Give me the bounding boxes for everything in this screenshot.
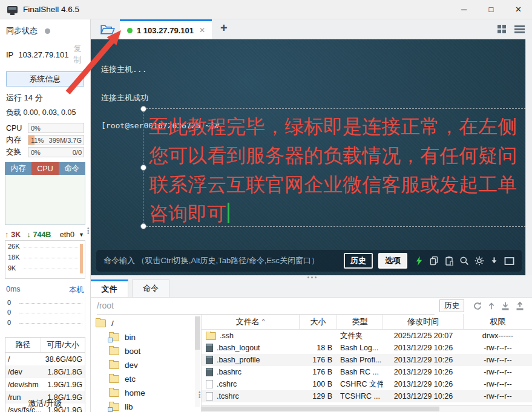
- bottom-tab-bar: 文件 命令: [91, 280, 532, 298]
- file-row[interactable]: .ssh 文件夹 2025/12/25 20:07 drwx------: [202, 330, 532, 342]
- window-controls: ─ □ ✕: [450, 0, 532, 19]
- column-filename[interactable]: 文件名 ^: [202, 314, 300, 329]
- file-row[interactable]: .tcshrc 129 B TCSHRC ... 2013/12/29 10:2…: [202, 390, 532, 402]
- selection-handle[interactable]: [140, 106, 146, 112]
- window-title: FinalShell 4.6.5: [23, 5, 79, 14]
- cpu-progress-bar: 0%: [28, 123, 84, 133]
- column-type[interactable]: 类型: [337, 314, 383, 329]
- file-icon: [206, 356, 213, 364]
- upload-rate: 3K: [11, 231, 21, 239]
- tree-item[interactable]: /: [91, 316, 201, 330]
- tree-item[interactable]: etc: [91, 372, 201, 386]
- ping-host[interactable]: 本机: [69, 285, 84, 295]
- disk-col-path[interactable]: 路径: [5, 340, 41, 350]
- tab-cpu[interactable]: CPU: [31, 162, 58, 175]
- sync-status-dot-icon: [45, 28, 50, 34]
- close-button[interactable]: ✕: [505, 0, 532, 19]
- column-size[interactable]: 大小: [300, 314, 337, 329]
- minimize-button[interactable]: ─: [450, 0, 478, 19]
- tree-item[interactable]: lib: [91, 400, 201, 412]
- cpu-usage-row: CPU 0%: [6, 123, 84, 133]
- connection-manager-folder-icon[interactable]: [100, 24, 115, 38]
- table-horizontal-scrollbar[interactable]: [202, 405, 532, 412]
- tree-item[interactable]: home: [91, 386, 201, 400]
- session-tab[interactable]: 1 103.27.79.101 ✕: [120, 19, 212, 39]
- scroll-down-icon[interactable]: [490, 256, 499, 266]
- ping-tick: 0: [7, 299, 11, 306]
- folder-link-icon: [109, 403, 119, 411]
- path-history-button[interactable]: 历史: [439, 299, 464, 312]
- tab-commands[interactable]: 命令: [132, 280, 169, 297]
- tab-command[interactable]: 命令: [59, 162, 85, 175]
- file-row[interactable]: .bash_logout 18 B Bash Log... 2013/12/29…: [202, 342, 532, 354]
- chevron-down-icon[interactable]: ▼: [79, 232, 84, 238]
- tree-item[interactable]: bin: [91, 330, 201, 344]
- column-mtime[interactable]: 修改时间: [383, 314, 464, 329]
- file-row[interactable]: .bashrc 176 B Bash RC ... 2013/12/29 10:…: [202, 366, 532, 378]
- disk-row[interactable]: /38.6G/40G: [5, 353, 85, 365]
- file-row[interactable]: .bash_profile 176 B Bash Profi... 2013/1…: [202, 354, 532, 366]
- fullscreen-window-icon[interactable]: [504, 257, 514, 266]
- disk-row[interactable]: /dev/shm1.9G/1.9G: [5, 378, 85, 391]
- net-tick: 26K: [8, 243, 20, 250]
- folder-link-icon: [109, 333, 119, 341]
- command-input-bar: 命令输入 （双击Ctrl切换,Alt历史,Tab路径/命令,Esc关闭窗口） 历…: [96, 250, 522, 272]
- maximize-button[interactable]: □: [478, 0, 505, 19]
- paste-icon[interactable]: [444, 256, 454, 266]
- file-row[interactable]: .cshrc 100 B CSHRC 文件 2013/12/29 10:26 -…: [202, 378, 532, 390]
- text-caret: [228, 203, 229, 223]
- bottom-panel: 文件 命令 /root 历史 / bin bo: [91, 280, 532, 412]
- tree-splitter-handle[interactable]: •••: [199, 391, 201, 399]
- disk-row[interactable]: /dev1.8G/1.8G: [5, 365, 85, 378]
- copy-icon[interactable]: [429, 256, 439, 266]
- selection-handle[interactable]: [140, 165, 146, 171]
- tab-memory[interactable]: 内存: [5, 162, 31, 175]
- file-icon: [206, 380, 213, 388]
- search-icon[interactable]: [459, 256, 469, 266]
- tree-item[interactable]: boot: [91, 344, 201, 358]
- selection-handle[interactable]: [140, 223, 146, 229]
- hamburger-menu-icon[interactable]: [514, 25, 525, 33]
- session-tab-bar: 1 103.27.79.101 ✕ +: [91, 19, 532, 39]
- terminal-panel[interactable]: 连接主机... 连接主机成功 [root@ser001672636725 ~]#…: [91, 39, 532, 275]
- horizontal-splitter[interactable]: [91, 275, 532, 280]
- close-tab-icon[interactable]: ✕: [199, 26, 205, 34]
- upload-icon[interactable]: [515, 301, 525, 311]
- refresh-icon[interactable]: [473, 301, 482, 311]
- swap-progress-bar: 0% 0/0: [28, 147, 84, 157]
- connection-status-dot-icon: [127, 28, 133, 33]
- layout-grid-icon[interactable]: [498, 25, 507, 34]
- load-average-text: 负载 0.00, 0.03, 0.05: [6, 108, 84, 118]
- quick-command-lightning-icon[interactable]: [415, 256, 424, 266]
- new-tab-button[interactable]: +: [220, 21, 228, 35]
- tree-item[interactable]: dev: [91, 358, 201, 372]
- sidebar-splitter-handle[interactable]: •••: [87, 227, 90, 235]
- interface-select[interactable]: eth0: [60, 231, 74, 239]
- disk-col-size[interactable]: 可用/大小: [41, 338, 85, 352]
- activate-upgrade-link[interactable]: 激活/升级: [0, 398, 90, 409]
- splitter-handle-dots[interactable]: [307, 276, 317, 278]
- command-input[interactable]: 命令输入 （双击Ctrl切换,Alt历史,Tab路径/命令,Esc关闭窗口）: [103, 255, 338, 266]
- system-info-button[interactable]: 系统信息: [6, 71, 84, 87]
- file-icon: [206, 392, 213, 401]
- gear-icon[interactable]: [475, 256, 484, 266]
- annotation-text[interactable]: 至此教程完毕，绿标即是连接正常，在左侧 您可以看到服务器的负载情况，有任何疑问 …: [149, 112, 517, 228]
- column-perm[interactable]: 权限: [464, 314, 532, 329]
- sync-status-label: 同步状态: [6, 25, 38, 36]
- history-button[interactable]: 历史: [344, 253, 373, 269]
- path-input[interactable]: /root: [97, 298, 435, 315]
- net-tick: 18K: [8, 253, 20, 261]
- folder-icon: [109, 375, 119, 383]
- sidebar: 同步状态 IP 103.27.79.101 复制 系统信息 运行 14 分 负载…: [0, 19, 91, 412]
- ping-chart: 0 0 0: [5, 296, 85, 330]
- tab-files[interactable]: 文件: [91, 280, 128, 297]
- options-button[interactable]: 选项: [378, 253, 407, 269]
- file-icon: [206, 368, 213, 376]
- terminal-scrollbar[interactable]: [525, 39, 532, 275]
- download-icon[interactable]: [501, 301, 510, 311]
- download-rate: 744B: [33, 231, 51, 239]
- network-chart: 26K 18K 9K: [5, 240, 85, 279]
- copy-ip-button[interactable]: 复制: [73, 44, 84, 65]
- file-table-header: 文件名 ^ 大小 类型 修改时间 权限: [202, 314, 532, 330]
- parent-directory-icon[interactable]: [487, 301, 496, 311]
